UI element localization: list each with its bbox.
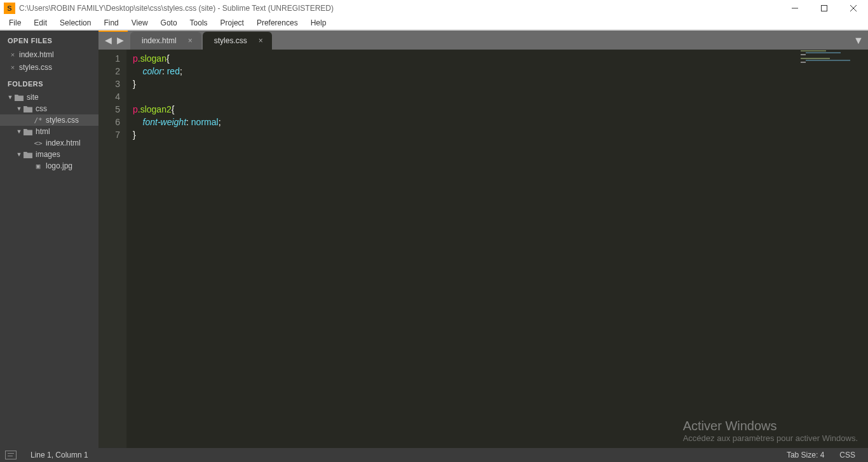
file-row[interactable]: <>index.html [0,137,98,149]
cursor-position[interactable]: Line 1, Column 1 [23,451,96,459]
tab-label: index.html [142,36,177,45]
folders-header: FOLDERS [0,74,98,92]
menu-preferences[interactable]: Preferences [250,17,304,29]
close-icon[interactable]: × [9,51,17,58]
menu-selection[interactable]: Selection [53,17,97,29]
menu-view[interactable]: View [125,17,154,29]
tree-label: site [27,93,39,102]
file-icon: <> [33,139,43,147]
menu-tools[interactable]: Tools [184,17,214,29]
main-area: OPEN FILES ×index.html×styles.css FOLDER… [0,31,868,448]
menu-edit[interactable]: Edit [27,17,53,29]
accent-underline [98,31,128,32]
panel-toggle-icon[interactable] [5,451,17,459]
code-text[interactable]: p.slogan{ color: red;}p.slogan2{ font-we… [126,50,868,448]
folder-icon [23,105,33,112]
status-bar: Line 1, Column 1 Tab Size: 4 CSS [0,448,868,462]
svg-rect-0 [822,6,827,11]
tree-label: html [36,127,50,136]
nav-forward-button[interactable]: ▶ [114,35,126,45]
tab-styles-css[interactable]: styles.css× [203,32,272,50]
folder-icon [23,151,33,158]
code-area[interactable]: 1234567 p.slogan{ color: red;}p.slogan2{… [98,50,868,448]
open-file-item[interactable]: ×index.html [0,48,98,61]
open-file-item[interactable]: ×styles.css [0,61,98,74]
tree-label: styles.css [46,116,79,125]
maximize-button[interactable] [810,0,839,17]
menu-find[interactable]: Find [97,17,125,29]
nav-back-button[interactable]: ◀ [102,35,114,45]
tree-label: css [36,104,47,113]
open-files-header: OPEN FILES [0,31,98,48]
menu-help[interactable]: Help [304,17,333,29]
sidebar: OPEN FILES ×index.html×styles.css FOLDER… [0,31,98,448]
tabs-overflow-button[interactable]: ▼ [849,32,868,50]
editor: ◀ ▶ index.html×styles.css× ▼ 1234567 p.s… [98,31,868,448]
menu-file[interactable]: File [3,17,27,29]
folder-icon [23,128,33,135]
open-file-label: styles.css [19,63,95,72]
app-icon: S [4,3,15,14]
disclosure-triangle-icon[interactable]: ▼ [15,151,23,158]
syntax-mode[interactable]: CSS [832,451,863,459]
open-file-label: index.html [19,50,95,59]
titlebar: S C:\Users\ROBIN FAMILY\Desktop\site\css… [0,0,868,17]
file-row[interactable]: /*styles.css [0,114,98,126]
folder-icon [14,94,24,101]
tree-label: logo.jpg [46,161,72,170]
close-button[interactable] [839,0,868,17]
tab-index-html[interactable]: index.html× [130,32,201,50]
folder-row[interactable]: ▼css [0,103,98,114]
folder-row[interactable]: ▼site [0,92,98,103]
tab-close-icon[interactable]: × [188,36,193,45]
tree-label: index.html [46,139,81,147]
tab-size[interactable]: Tab Size: 4 [779,451,832,459]
menubar: FileEditSelectionFindViewGotoToolsProjec… [0,17,868,31]
menu-goto[interactable]: Goto [154,17,184,29]
tab-bar: ◀ ▶ index.html×styles.css× ▼ [98,31,868,50]
menu-project[interactable]: Project [214,17,250,29]
file-icon: /* [33,116,43,125]
tab-label: styles.css [214,36,247,45]
tab-close-icon[interactable]: × [259,36,263,45]
file-icon: ▣ [33,162,43,170]
folder-row[interactable]: ▼images [0,149,98,160]
disclosure-triangle-icon[interactable]: ▼ [15,105,23,112]
line-gutter: 1234567 [98,50,126,448]
disclosure-triangle-icon[interactable]: ▼ [6,94,14,100]
disclosure-triangle-icon[interactable]: ▼ [15,128,23,135]
minimize-button[interactable] [780,0,810,17]
window-title: C:\Users\ROBIN FAMILY\Desktop\site\css\s… [19,4,334,13]
close-icon[interactable]: × [9,64,17,71]
tree-label: images [36,150,60,159]
file-row[interactable]: ▣logo.jpg [0,160,98,172]
folder-row[interactable]: ▼html [0,126,98,137]
